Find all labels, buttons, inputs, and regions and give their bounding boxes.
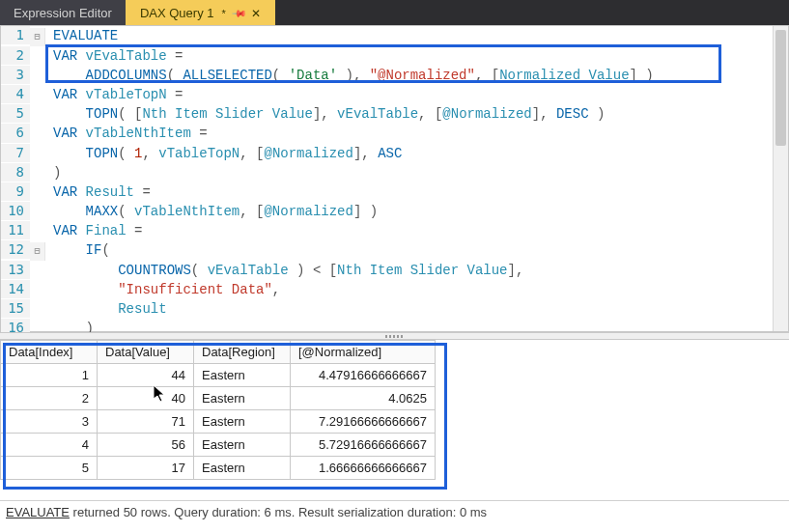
code-line[interactable]: 7 TOPN( 1, vTableTopN, [@Normalized], AS…	[1, 144, 788, 163]
line-number: 15	[1, 299, 30, 318]
table-row[interactable]: 456Eastern5.72916666666667	[1, 434, 436, 457]
code-line[interactable]: 4VAR vTableTopN =	[1, 85, 788, 104]
code-line[interactable]: 1⊟EVALUATE	[1, 26, 788, 46]
dirty-indicator-icon: *	[219, 8, 227, 19]
line-number: 8	[1, 163, 30, 182]
column-header[interactable]: Data[Index]	[1, 341, 98, 364]
tab-label: Expression Editor	[14, 6, 112, 20]
line-number: 11	[1, 221, 30, 239]
line-number: 4	[1, 85, 30, 103]
code-text[interactable]: COUNTROWS( vEvalTable ) < [Nth Item Slid…	[45, 262, 523, 280]
line-number: 3	[1, 66, 30, 84]
line-number: 1	[1, 26, 30, 44]
line-number: 10	[1, 202, 30, 220]
code-line[interactable]: 12⊟ IF(	[1, 240, 788, 261]
cell[interactable]: 4.47916666666667	[291, 364, 436, 387]
cell[interactable]: 1.66666666666667	[291, 457, 436, 480]
code-line[interactable]: 13 COUNTROWS( vEvalTable ) < [Nth Item S…	[1, 261, 788, 280]
status-text: returned 50 rows. Query duration: 6 ms. …	[70, 505, 487, 519]
line-number: 13	[1, 261, 30, 279]
cell[interactable]: 40	[98, 387, 194, 410]
code-line[interactable]: 9VAR Result =	[1, 182, 788, 202]
results-pane: Data[Index]Data[Value]Data[Region][@Norm…	[0, 340, 789, 500]
cell[interactable]: 17	[98, 457, 194, 480]
line-number: 6	[1, 124, 30, 142]
cell[interactable]: 71	[98, 410, 194, 434]
splitter-handle[interactable]	[0, 332, 789, 340]
code-text[interactable]: VAR Result =	[45, 183, 151, 202]
scrollbar-thumb[interactable]	[775, 30, 786, 146]
table-row[interactable]: 240Eastern4.0625	[1, 387, 436, 410]
cell[interactable]: Eastern	[194, 387, 291, 410]
code-text[interactable]: TOPN( [Nth Item Slider Value], vEvalTabl…	[45, 105, 605, 124]
cell[interactable]: 56	[98, 434, 194, 457]
column-header[interactable]: Data[Value]	[98, 341, 194, 364]
table-row[interactable]: 517Eastern1.66666666666667	[1, 457, 436, 480]
code-text[interactable]: VAR vTableNthItem =	[45, 125, 208, 143]
tab-label: DAX Query 1	[140, 6, 214, 20]
cell[interactable]: 4	[1, 434, 98, 457]
cell[interactable]: Eastern	[194, 364, 291, 387]
code-text[interactable]: TOPN( 1, vTableTopN, [@Normalized], ASC	[45, 145, 402, 163]
cell[interactable]: 5.72916666666667	[291, 434, 436, 457]
cell[interactable]: 5	[1, 457, 98, 480]
tab-dax-query[interactable]: DAX Query 1 * 📌 ✕	[126, 0, 275, 25]
code-line[interactable]: 8)	[1, 163, 788, 182]
code-text[interactable]: ADDCOLUMNS( ALLSELECTED( 'Data' ), "@Nor…	[45, 67, 654, 85]
tab-expression-editor[interactable]: Expression Editor	[0, 0, 126, 25]
fold-gutter[interactable]: ⊟	[30, 242, 45, 261]
vertical-scrollbar[interactable]	[773, 26, 788, 331]
code-text[interactable]: VAR vEvalTable =	[45, 47, 183, 66]
code-line[interactable]: 11VAR Final =	[1, 221, 788, 240]
table-row[interactable]: 144Eastern4.47916666666667	[1, 364, 436, 387]
code-line[interactable]: 15 Result	[1, 299, 788, 319]
results-grid[interactable]: Data[Index]Data[Value]Data[Region][@Norm…	[0, 340, 436, 480]
code-text[interactable]: MAXX( vTableNthItem, [@Normalized] )	[45, 203, 378, 221]
cell[interactable]: Eastern	[194, 457, 291, 480]
code-text[interactable]: IF(	[45, 241, 110, 260]
code-line[interactable]: 10 MAXX( vTableNthItem, [@Normalized] )	[1, 202, 788, 221]
cell[interactable]: 1	[1, 364, 98, 387]
table-row[interactable]: 371Eastern7.29166666666667	[1, 410, 436, 434]
fold-gutter[interactable]: ⊟	[30, 28, 45, 46]
line-number: 5	[1, 104, 30, 123]
code-line[interactable]: 5 TOPN( [Nth Item Slider Value], vEvalTa…	[1, 104, 788, 124]
cell[interactable]: 7.29166666666667	[291, 410, 436, 434]
line-number: 14	[1, 280, 30, 298]
code-text[interactable]: VAR Final =	[45, 222, 142, 240]
cell[interactable]: Eastern	[194, 410, 291, 434]
table-header-row: Data[Index]Data[Value]Data[Region][@Norm…	[1, 341, 436, 364]
code-text[interactable]: EVALUATE	[45, 27, 118, 45]
close-icon[interactable]: ✕	[251, 7, 261, 20]
cell[interactable]: Eastern	[194, 434, 291, 457]
code-text[interactable]: VAR vTableTopN =	[45, 86, 183, 104]
line-number: 2	[1, 46, 30, 65]
cell[interactable]: 4.0625	[291, 387, 436, 410]
pin-icon[interactable]: 📌	[232, 5, 247, 20]
code-line[interactable]: 3 ADDCOLUMNS( ALLSELECTED( 'Data' ), "@N…	[1, 66, 788, 85]
code-editor[interactable]: 1⊟EVALUATE2VAR vEvalTable =3 ADDCOLUMNS(…	[0, 25, 789, 332]
line-number: 12	[1, 240, 30, 259]
cell[interactable]: 44	[98, 364, 194, 387]
code-line[interactable]: 6VAR vTableNthItem =	[1, 124, 788, 143]
line-number: 9	[1, 182, 30, 201]
code-text[interactable]: )	[45, 164, 61, 182]
cell[interactable]: 2	[1, 387, 98, 410]
column-header[interactable]: [@Normalized]	[291, 341, 436, 364]
line-number: 7	[1, 144, 30, 162]
code-line[interactable]: 2VAR vEvalTable =	[1, 46, 788, 66]
column-header[interactable]: Data[Region]	[194, 341, 291, 364]
code-line[interactable]: 14 "Insufficient Data",	[1, 280, 788, 299]
status-bar: EVALUATE returned 50 rows. Query duratio…	[0, 500, 789, 523]
code-text[interactable]: Result	[45, 300, 167, 319]
tab-bar: Expression Editor DAX Query 1 * 📌 ✕	[0, 0, 789, 25]
status-link[interactable]: EVALUATE	[6, 505, 70, 519]
code-text[interactable]: "Insufficient Data",	[45, 281, 280, 299]
cell[interactable]: 3	[1, 410, 98, 434]
